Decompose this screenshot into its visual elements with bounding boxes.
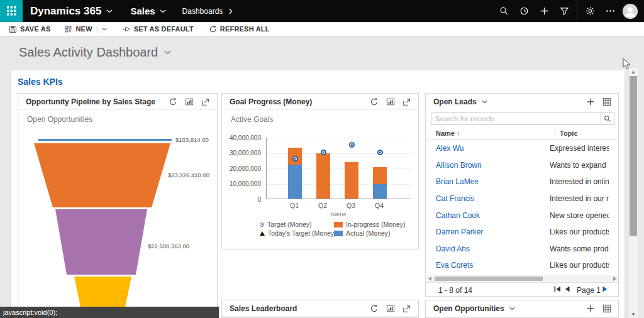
bar-Q3[interactable] <box>345 162 358 199</box>
settings-button[interactable] <box>580 0 600 22</box>
pin-icon <box>122 25 131 33</box>
page-title: Sales Activity Dashboard <box>19 45 158 60</box>
new-dropdown-button[interactable] <box>97 25 107 33</box>
lead-topic: New store opened this ye <box>550 211 609 220</box>
funnel-label-3: $22,508,363.00 <box>148 243 189 249</box>
search-input[interactable] <box>431 112 601 125</box>
table-row[interactable]: Darren ParkerLikes our products <box>426 224 618 241</box>
search-submit-button[interactable] <box>601 112 614 125</box>
brand-menu[interactable]: Dynamics 365 <box>30 5 113 18</box>
legend-label: Today's Target (Money) <box>268 229 336 237</box>
scroll-up-icon[interactable] <box>629 68 638 75</box>
record-search <box>431 112 614 125</box>
scroll-down-icon[interactable] <box>629 310 638 318</box>
user-avatar[interactable] <box>623 4 638 19</box>
chart-legend: Target (Money) In-progress (Money) Today… <box>260 220 406 238</box>
legend-square-marker <box>334 222 343 228</box>
bar-segment-inprogress[interactable] <box>373 167 387 184</box>
open-grid-icon[interactable] <box>601 302 613 315</box>
refresh-icon[interactable] <box>167 96 179 108</box>
lead-name-link[interactable]: Alex Wu <box>436 144 549 153</box>
table-row[interactable]: Cathan CookNew store opened this ye <box>426 207 618 224</box>
table-row[interactable]: Cat FrancisInterested in our newer o <box>426 190 618 207</box>
column-header-topic[interactable]: Topic <box>560 129 578 137</box>
column-header-name[interactable]: Name ↑ <box>436 129 460 137</box>
lead-name-link[interactable]: David Ahs <box>436 244 549 253</box>
target-marker[interactable] <box>349 142 355 148</box>
refresh-all-button[interactable]: REFRESH ALL <box>209 25 270 33</box>
nav-actions <box>494 0 644 22</box>
lead-topic: Likes our products <box>550 228 609 236</box>
panel-title: Opportunity Pipeline by Sales Stage <box>26 97 155 106</box>
bar-segment-actual[interactable] <box>288 165 302 199</box>
target-marker[interactable] <box>321 150 326 155</box>
lead-name-link[interactable]: Cathan Cook <box>436 211 549 220</box>
table-row[interactable]: Alex WuExpressed interest in A. D <box>426 140 618 157</box>
legend-square-marker <box>334 231 343 236</box>
bar-segment-inprogress[interactable] <box>345 162 358 199</box>
refresh-icon[interactable] <box>368 96 380 108</box>
advanced-find-button[interactable] <box>554 0 574 22</box>
browser-status-bar: javascript:void(0); <box>0 307 219 318</box>
scroll-left-icon[interactable] <box>426 275 433 282</box>
popout-icon[interactable] <box>401 302 413 315</box>
bar-Q2[interactable] <box>316 153 330 199</box>
target-marker[interactable] <box>292 156 298 162</box>
search-button[interactable] <box>494 0 514 22</box>
bar-segment-inprogress[interactable] <box>316 153 330 199</box>
lead-name-link[interactable]: Darren Parker <box>436 228 549 236</box>
table-row[interactable]: Brian LaMeeInterested in online only s <box>426 173 618 190</box>
lead-name-link[interactable]: Eva Corets <box>436 261 549 270</box>
command-bar: SAVE AS NEW SET AS DEFAULT REFRESH ALL <box>0 22 644 36</box>
lead-topic: Interested in online only s <box>550 177 609 186</box>
bar-segment-actual[interactable] <box>373 184 387 199</box>
app-switcher[interactable]: Sales <box>130 6 165 16</box>
table-row[interactable]: Eva CoretsLikes our products <box>426 257 618 274</box>
view-chart-icon[interactable] <box>384 96 397 108</box>
dashboard-title-selector[interactable]: Sales Activity Dashboard <box>19 45 171 60</box>
first-page-button[interactable] <box>554 286 561 292</box>
table-row[interactable]: David AhsWants some product info <box>426 241 618 258</box>
set-as-default-label: SET AS DEFAULT <box>134 25 194 33</box>
panel-sales-leaderboard: Sales Leaderboard <box>221 300 419 318</box>
popout-icon[interactable] <box>401 96 413 108</box>
target-marker[interactable] <box>377 150 383 155</box>
save-as-button[interactable]: SAVE AS <box>9 25 50 33</box>
column-headers: Name ↑ Topic <box>426 128 618 140</box>
new-record-icon <box>64 25 72 33</box>
previous-page-button[interactable] <box>565 286 570 292</box>
more-commands-button[interactable] <box>600 0 620 22</box>
section-title: Sales KPIs <box>18 77 63 87</box>
breadcrumb[interactable]: Dashboards <box>182 7 233 16</box>
add-record-icon[interactable] <box>584 96 597 108</box>
scroll-right-icon[interactable] <box>611 275 618 282</box>
popout-icon[interactable] <box>199 96 212 108</box>
open-grid-icon[interactable] <box>601 96 613 108</box>
view-chart-icon[interactable] <box>183 96 196 108</box>
funnel-segment-2[interactable] <box>34 143 170 207</box>
refresh-icon[interactable] <box>368 302 380 315</box>
lead-name-link[interactable]: Brian LaMee <box>436 177 549 186</box>
scrollbar-thumb[interactable] <box>630 76 637 236</box>
new-button[interactable]: NEW <box>64 25 92 33</box>
quick-create-button[interactable] <box>534 0 554 22</box>
y-tick: 40,000,000 <box>222 134 261 141</box>
funnel-segment-3[interactable] <box>55 209 147 275</box>
chevron-down-icon <box>160 9 166 13</box>
bar-Q4[interactable] <box>373 167 387 199</box>
lead-name-link[interactable]: Allison Brown <box>436 161 549 170</box>
view-chart-icon[interactable] <box>384 302 397 315</box>
view-selector[interactable]: Open Leads <box>433 97 487 106</box>
page-vertical-scrollbar[interactable] <box>629 68 638 318</box>
next-page-button[interactable] <box>602 286 608 292</box>
table-row[interactable]: Allison BrownWants to expand <box>426 157 618 174</box>
recent-button[interactable] <box>514 0 534 22</box>
lead-name-link[interactable]: Cat Francis <box>436 194 549 203</box>
view-selector[interactable]: Open Opportunities <box>433 304 515 313</box>
scrollbar-thumb[interactable] <box>435 277 543 281</box>
add-record-icon[interactable] <box>584 302 597 315</box>
funnel-segment-1[interactable] <box>38 139 172 141</box>
app-launcher-button[interactable] <box>0 0 23 22</box>
set-as-default-button[interactable]: SET AS DEFAULT <box>122 25 194 33</box>
horizontal-scrollbar[interactable] <box>426 275 618 282</box>
